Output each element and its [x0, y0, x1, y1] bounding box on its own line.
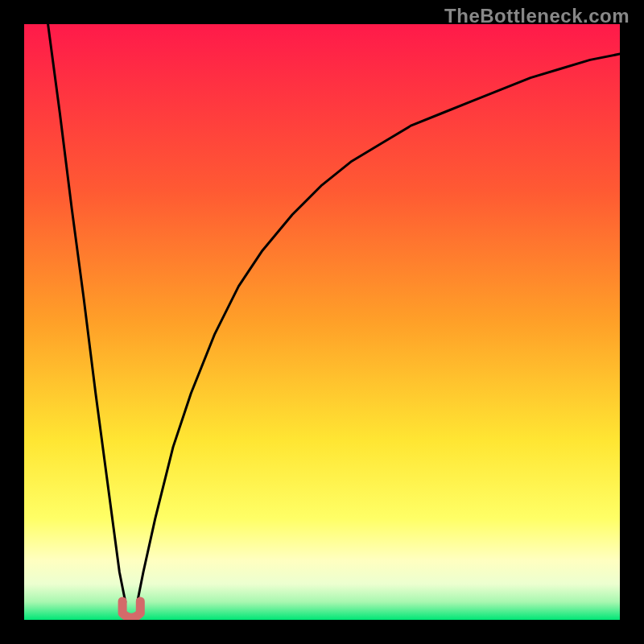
bottleneck-chart — [24, 24, 620, 620]
watermark-text: TheBottleneck.com — [444, 5, 630, 27]
chart-frame: TheBottleneck.com — [0, 0, 644, 644]
